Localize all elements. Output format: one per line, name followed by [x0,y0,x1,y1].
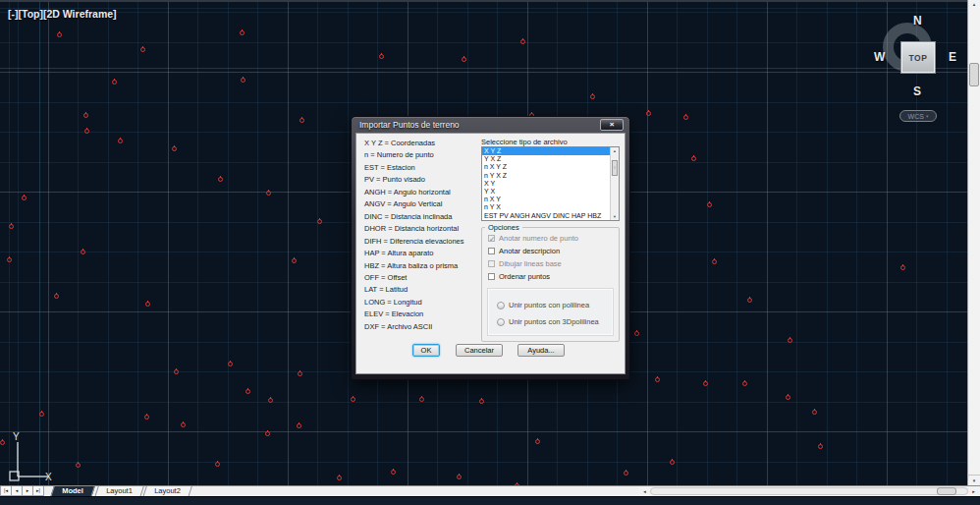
terrain-point [39,412,44,417]
terrain-point [172,146,177,151]
tab-nav-buttons: |◂◂▸▸| [0,486,43,496]
scroll-down-icon[interactable]: ▾ [611,214,619,219]
viewport-controls[interactable]: [-][Top][2D Wireframe] [8,8,117,20]
application-window: [-][Top][2D Wireframe] TOP N E S W WCS ▾… [0,0,980,505]
terrain-point [747,298,752,303]
terrain-point [707,202,712,207]
scroll-left-icon[interactable]: ◂ [639,486,650,496]
tab-nav-button[interactable]: ▸| [32,486,44,496]
cancel-button[interactable]: Cancelar [456,344,503,357]
format-legend-line: DHOR = Distancia horizontal [364,223,464,235]
polyline-options-panel: Unir puntos con polilinea Unir puntos co… [487,288,614,336]
terrain-point [391,470,396,475]
listbox-scrollbar-thumb[interactable]: ≡ [612,160,618,176]
option-checkbox-row[interactable]: Anotar numero de punto [488,232,578,245]
terrain-point [54,294,59,299]
horizontal-scrollbar-thumb[interactable] [937,487,956,495]
wcs-dropdown[interactable]: WCS ▾ [899,110,937,122]
vertical-scrollbar[interactable]: ▴ [967,0,980,475]
terrain-point [241,78,245,83]
option-checkbox-row[interactable]: Ordenar puntos [488,270,578,283]
file-type-option[interactable]: n X Y Z [482,163,619,171]
viewcube-south[interactable]: S [913,84,921,98]
checkbox-icon[interactable] [488,248,495,254]
scroll-up-icon[interactable]: ▴ [611,148,619,153]
terrain-point [457,475,462,479]
terrain-point [479,399,484,404]
horizontal-scrollbar[interactable]: ◂ ▸ [638,485,980,496]
checkbox-icon[interactable] [488,235,495,242]
terrain-point [317,219,322,224]
option-checkboxes: Anotar numero de punto Anotar descripcio… [488,232,578,283]
file-type-option[interactable]: EST PV ANGH ANGV DINC HAP HBZ [482,212,619,220]
format-legend: X Y Z = Coordenadasn = Numero de puntoES… [364,138,464,333]
checkbox-label: Anotar numero de punto [499,234,578,243]
checkbox-icon[interactable] [488,273,495,280]
viewcube-west[interactable]: W [874,50,885,64]
terrain-point [670,460,675,465]
file-type-option[interactable]: n Y X [482,203,619,211]
format-legend-line: LONG = Longitud [364,297,464,309]
terrain-point [818,444,823,449]
terrain-point [419,397,424,402]
viewport-control[interactable]: [-] [8,8,19,20]
listbox-scrollbar[interactable]: ▴ ≡ ▾ [610,147,619,220]
terrain-point [337,476,342,480]
terrain-point [351,397,355,402]
terrain-point [379,54,384,59]
viewport-control[interactable]: [2D Wireframe] [43,8,117,20]
file-type-list-label: Seleccione tipo de archivo [481,138,568,146]
help-button[interactable]: Ayuda... [517,344,565,357]
terrain-point [265,431,270,436]
vertical-scrollbar-thumb[interactable] [969,63,979,86]
close-icon[interactable]: × [600,119,624,131]
option-checkbox-row[interactable]: Anotar descripcion [488,245,578,257]
terrain-point [742,381,747,386]
file-type-list[interactable]: X Y ZY X Zn X Y Zn Y X ZX YY Xn X Yn Y X… [481,146,620,221]
file-type-option[interactable]: Y X Z [482,155,619,163]
chevron-down-icon: ▾ [926,113,929,119]
format-legend-line: DINC = Distancia inclinada [364,211,464,223]
terrain-point [786,395,790,400]
horizontal-scrollbar-track[interactable] [650,487,968,495]
scroll-right-icon[interactable]: ▸ [968,486,979,496]
radio-button-icon [497,318,505,326]
file-type-option[interactable]: n X Y [482,196,619,203]
dialog-body: X Y Z = Coordenadasn = Numero de puntoES… [355,133,626,374]
radio-option-row: Unir puntos con 3Dpolilinea [497,313,613,330]
format-legend-line: ANGV = Angulo Vertical [364,198,464,210]
checkbox-label: Anotar descripcion [499,247,560,255]
option-checkbox-row[interactable]: Dibujar lineas base [488,257,578,270]
terrain-point [297,423,301,428]
options-groupbox-label: Opciones [485,223,522,232]
viewcube-east[interactable]: E [949,50,956,64]
svg-text:Y: Y [13,431,20,442]
terrain-point [81,250,85,254]
scroll-up-icon[interactable]: ▴ [968,1,980,7]
checkbox-label: Dibujar lineas base [499,259,562,268]
terrain-point [112,80,117,84]
checkbox-icon[interactable] [488,260,495,267]
file-type-option[interactable]: X Y [482,180,619,188]
terrain-point [703,381,708,386]
terrain-point [634,331,639,336]
terrain-point [76,463,81,468]
ok-button[interactable]: OK [412,344,440,357]
viewport-control[interactable]: [Top] [19,8,43,20]
terrain-point [292,258,297,263]
format-legend-line: HBZ = Altura baliza o prisma [364,260,464,272]
file-type-option[interactable]: X Y Z [482,147,619,155]
file-type-option[interactable]: Y X [482,188,619,196]
viewcube-top-face[interactable]: TOP [901,42,935,73]
dialog-title-bar[interactable]: Importar Puntos de terreno × [355,117,626,133]
terrain-point [240,30,245,35]
file-type-option[interactable]: n Y X Z [482,172,619,180]
terrain-point [9,224,14,229]
scroll-down-icon[interactable]: ▾ [967,475,980,485]
viewcube-north[interactable]: N [913,14,922,28]
terrain-point [245,389,250,394]
terrain-point [812,410,817,415]
terrain-point [57,32,62,37]
terrain-point [299,118,304,123]
terrain-point [218,177,223,182]
